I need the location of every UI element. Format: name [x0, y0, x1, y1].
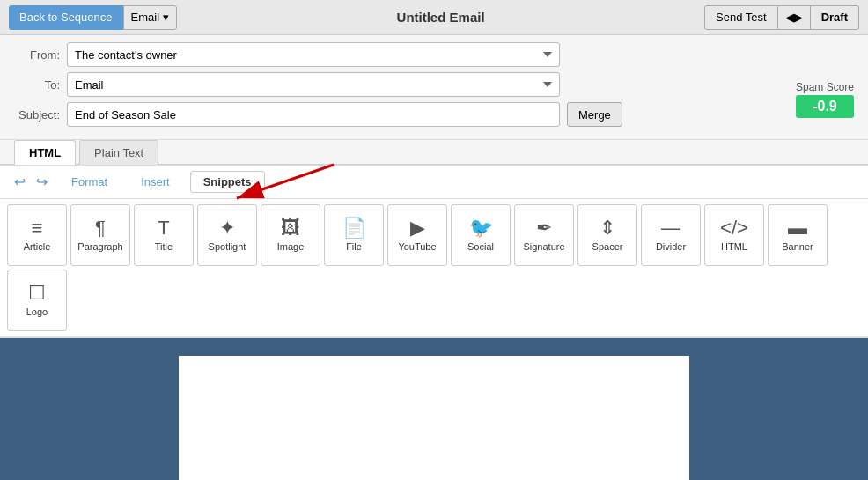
send-test-button[interactable]: Send Test	[704, 5, 778, 30]
social-icon: 🐦	[469, 218, 493, 238]
from-row: From: The contact's owner	[14, 42, 854, 67]
snippet-title-label: Title	[155, 241, 173, 252]
to-row: To: Email	[14, 72, 854, 97]
paragraph-icon: ¶	[95, 218, 106, 238]
snippet-spacer-button[interactable]: ⇕Spacer	[577, 204, 637, 266]
canvas-area[interactable]	[0, 338, 868, 480]
snippet-file-label: File	[346, 241, 362, 252]
snippet-logo-button[interactable]: ☐Logo	[7, 270, 67, 331]
snippet-spacer-label: Spacer	[592, 241, 623, 252]
tab-insert[interactable]: Insert	[128, 171, 183, 193]
snippet-article-button[interactable]: ≡Article	[7, 204, 67, 266]
snippet-html-label: HTML	[721, 241, 747, 252]
snippet-signature-label: Signature	[523, 241, 564, 252]
snippet-paragraph-label: Paragraph	[77, 241, 122, 252]
spam-score-value: -0.9	[796, 95, 854, 118]
from-select[interactable]: The contact's owner	[67, 42, 560, 67]
article-icon: ≡	[32, 218, 43, 238]
snippet-youtube-button[interactable]: ▶YouTube	[387, 204, 447, 266]
editor-toolbar: ↩ ↪ Format Insert Snippets	[0, 166, 868, 199]
subject-row: Subject: Merge	[14, 102, 854, 127]
snippet-file-button[interactable]: 📄File	[324, 204, 384, 266]
snippet-social-button[interactable]: 🐦Social	[451, 204, 511, 266]
html-icon: </>	[720, 218, 748, 238]
logo-icon: ☐	[28, 284, 46, 303]
spotlight-icon: ✦	[219, 218, 235, 238]
subject-input[interactable]	[67, 102, 560, 127]
spam-score-area: Spam Score -0.9	[796, 81, 854, 118]
tab-plain-text[interactable]: Plain Text	[79, 140, 158, 165]
top-bar: Back to Sequence Email ▾ Untitled Email …	[0, 0, 868, 35]
editor-area: ↩ ↪ Format Insert Snippets ≡Article¶Para…	[0, 165, 868, 338]
signature-icon: ✒	[536, 218, 552, 238]
snippet-social-label: Social	[467, 241, 494, 252]
tab-format[interactable]: Format	[58, 171, 121, 193]
snippet-image-button[interactable]: 🖼Image	[261, 204, 320, 266]
snippet-banner-label: Banner	[782, 241, 813, 252]
redo-button[interactable]: ↪	[33, 172, 51, 192]
back-to-sequence-button[interactable]: Back to Sequence	[9, 5, 123, 30]
draft-button[interactable]: Draft	[811, 5, 859, 30]
to-label: To:	[14, 78, 67, 92]
snippet-spotlight-label: Spotlight	[209, 241, 246, 252]
mode-tabs: HTML Plain Text	[0, 140, 868, 165]
snippet-divider-label: Divider	[656, 241, 686, 252]
snippet-logo-label: Logo	[26, 306, 48, 317]
undo-button[interactable]: ↩	[11, 172, 29, 192]
snippet-paragraph-button[interactable]: ¶Paragraph	[70, 204, 130, 266]
youtube-icon: ▶	[410, 218, 425, 238]
snippet-youtube-label: YouTube	[398, 241, 436, 252]
snippet-divider-button[interactable]: —Divider	[641, 204, 701, 266]
snippet-html-button[interactable]: </>HTML	[704, 204, 764, 266]
banner-icon: ▬	[788, 218, 807, 238]
merge-button[interactable]: Merge	[567, 102, 622, 127]
snippet-title-button[interactable]: TTitle	[134, 204, 194, 266]
spacer-icon: ⇕	[600, 218, 615, 238]
divider-icon: —	[661, 218, 680, 238]
arrow-annotation	[219, 156, 342, 209]
page-title: Untitled Email	[177, 10, 704, 25]
navigate-arrows-button[interactable]: ◀▶	[778, 5, 811, 30]
file-icon: 📄	[342, 218, 366, 238]
snippet-image-label: Image	[277, 241, 305, 252]
svg-line-1	[237, 165, 334, 198]
snippet-spotlight-button[interactable]: ✦Spotlight	[197, 204, 257, 266]
subject-label: Subject:	[14, 108, 67, 122]
email-canvas	[179, 356, 689, 480]
snippet-banner-button[interactable]: ▬Banner	[768, 204, 828, 266]
to-select[interactable]: Email	[67, 72, 560, 97]
title-icon: T	[158, 218, 169, 238]
snippet-article-label: Article	[24, 241, 51, 252]
email-type-dropdown[interactable]: Email ▾	[123, 5, 178, 30]
snippets-toolbar: ≡Article¶ParagraphTTitle✦Spotlight🖼Image…	[0, 199, 868, 338]
spam-label: Spam Score	[796, 81, 854, 93]
from-label: From:	[14, 48, 67, 62]
tab-html[interactable]: HTML	[14, 140, 76, 165]
snippet-signature-button[interactable]: ✒Signature	[514, 204, 574, 266]
image-icon: 🖼	[281, 218, 300, 238]
undo-redo-group: ↩ ↪	[11, 172, 51, 192]
